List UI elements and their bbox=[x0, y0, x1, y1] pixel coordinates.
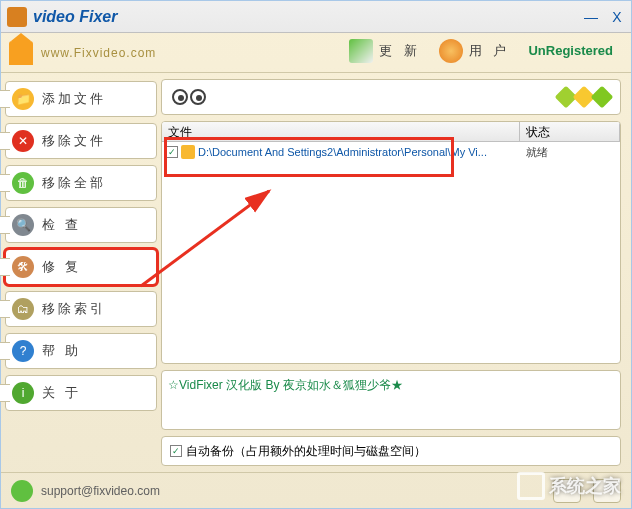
home-icon[interactable] bbox=[9, 41, 33, 65]
remove-all-button[interactable]: 🗑移除全部 bbox=[5, 165, 157, 201]
registration-status[interactable]: UnRegistered bbox=[528, 43, 613, 58]
eye-icon bbox=[190, 89, 206, 105]
file-path: D:\Document And Settings2\Administrator\… bbox=[198, 146, 487, 158]
list-header: 文件 状态 bbox=[162, 122, 620, 142]
app-icon bbox=[7, 7, 27, 27]
folder-open-icon: 📁 bbox=[12, 88, 34, 110]
help-button[interactable]: ?帮 助 bbox=[5, 333, 157, 369]
video-file-icon bbox=[181, 145, 195, 159]
update-label: 更 新 bbox=[379, 42, 421, 60]
mail-icon[interactable] bbox=[11, 480, 33, 502]
info-icon: i bbox=[12, 382, 34, 404]
backup-checkbox[interactable]: ✓ bbox=[170, 445, 182, 457]
app-title: video Fixer bbox=[33, 8, 583, 26]
backup-label: 自动备份（占用额外的处理时间与磁盘空间） bbox=[186, 443, 426, 460]
file-status: 就绪 bbox=[520, 145, 620, 160]
fix-icon: 🛠 bbox=[12, 256, 34, 278]
website-url[interactable]: www.Fixvideo.com bbox=[41, 46, 156, 60]
eye-icon bbox=[172, 89, 188, 105]
check-button[interactable]: 🔍检 查 bbox=[5, 207, 157, 243]
update-button[interactable]: 更 新 bbox=[349, 39, 421, 63]
magnify-icon: 🔍 bbox=[12, 214, 34, 236]
footer: support@fixvideo.com bbox=[1, 472, 631, 508]
col-file-header[interactable]: 文件 bbox=[162, 122, 520, 141]
titlebar: video Fixer — X bbox=[1, 1, 631, 33]
topbar: www.Fixvideo.com 更 新 用 户 UnRegistered bbox=[1, 33, 631, 73]
sidebar: 📁添加文件 ✕移除文件 🗑移除全部 🔍检 查 🛠修 复 🗂移除索引 ?帮 助 i… bbox=[1, 73, 161, 472]
footer-button-1[interactable] bbox=[553, 479, 581, 503]
backup-option[interactable]: ✓ 自动备份（占用额外的处理时间与磁盘空间） bbox=[161, 436, 621, 466]
user-label: 用 户 bbox=[469, 42, 511, 60]
user-button[interactable]: 用 户 bbox=[439, 39, 511, 63]
minimize-button[interactable]: — bbox=[583, 9, 599, 25]
close-button[interactable]: X bbox=[609, 9, 625, 25]
help-icon: ? bbox=[12, 340, 34, 362]
logo-hex-icon bbox=[558, 89, 610, 105]
fix-button[interactable]: 🛠修 复 bbox=[5, 249, 157, 285]
remove-file-button[interactable]: ✕移除文件 bbox=[5, 123, 157, 159]
calendar-refresh-icon bbox=[349, 39, 373, 63]
file-list: 文件 状态 ✓ D:\Document And Settings2\Admini… bbox=[161, 121, 621, 364]
status-bar bbox=[161, 79, 621, 115]
remove-x-icon: ✕ bbox=[12, 130, 34, 152]
remove-index-button[interactable]: 🗂移除索引 bbox=[5, 291, 157, 327]
user-icon bbox=[439, 39, 463, 63]
row-checkbox[interactable]: ✓ bbox=[166, 146, 178, 158]
list-row[interactable]: ✓ D:\Document And Settings2\Administrato… bbox=[162, 142, 620, 162]
trash-icon: 🗑 bbox=[12, 172, 34, 194]
support-email[interactable]: support@fixvideo.com bbox=[41, 484, 160, 498]
about-button[interactable]: i关 于 bbox=[5, 375, 157, 411]
info-panel: ☆VidFixer 汉化版 By 夜京如水＆狐狸少爷★ bbox=[161, 370, 621, 430]
col-status-header[interactable]: 状态 bbox=[520, 122, 620, 141]
add-file-button[interactable]: 📁添加文件 bbox=[5, 81, 157, 117]
index-icon: 🗂 bbox=[12, 298, 34, 320]
footer-button-2[interactable] bbox=[593, 479, 621, 503]
main-panel: 文件 状态 ✓ D:\Document And Settings2\Admini… bbox=[161, 73, 631, 472]
